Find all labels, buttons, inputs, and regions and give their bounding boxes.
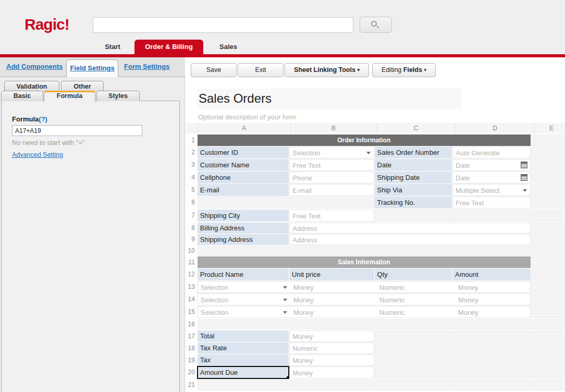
subtab-formula[interactable]: Formula (44, 91, 95, 102)
row-number-7[interactable]: 7 (186, 210, 198, 222)
advanced-setting-link[interactable]: Advanced Setting (12, 151, 63, 158)
field-label-cell-A7[interactable]: Shipping City (198, 210, 289, 222)
subtable-cell-C15[interactable]: Numeric (377, 307, 455, 317)
column-header-b[interactable]: B (290, 123, 376, 133)
field-label-cell-C5[interactable]: Ship Via (375, 184, 452, 196)
row-number-1[interactable]: 1 (186, 134, 198, 146)
field-value-cell-B3[interactable]: Free Text (289, 159, 374, 171)
field-label-cell-C6[interactable]: Tracking No. (374, 197, 452, 209)
tab-field-settings[interactable]: Field Settings (66, 59, 118, 77)
subtab-styles[interactable]: Styles (96, 91, 140, 101)
field-value-cell-B20[interactable]: Money (289, 366, 374, 378)
row-number-11[interactable]: 11 (186, 256, 198, 268)
row-number-6[interactable]: 6 (186, 197, 198, 209)
field-label-cell-A19[interactable]: Tax (198, 354, 289, 366)
sheet-description[interactable]: Optional description of your form (198, 113, 296, 121)
nav-tab-order-billing[interactable]: Order & Billing (134, 40, 203, 54)
field-value-cell-B19[interactable]: Money (289, 354, 374, 366)
row-number-17[interactable]: 17 (186, 330, 198, 342)
field-label-cell-A2[interactable]: Customer ID (198, 146, 289, 158)
field-value-cell-D4[interactable]: Date (452, 172, 531, 183)
tab-add-components[interactable]: Add Components (6, 63, 63, 70)
empty-cell-E5 (531, 184, 564, 196)
subtable-row-13[interactable]: SelectionMoneyNumericMoney (198, 281, 531, 293)
field-label-cell-B12[interactable]: Unit price (289, 268, 374, 280)
row-number-20[interactable]: 20 (186, 366, 198, 378)
field-value-cell-B17[interactable]: Money (289, 330, 374, 342)
field-label-cell-A17[interactable]: Total (198, 330, 289, 342)
tab-form-settings[interactable]: Form Settings (124, 63, 169, 70)
column-header-a[interactable]: A (198, 123, 290, 133)
search-input[interactable] (93, 17, 353, 33)
row-number-2[interactable]: 2 (186, 146, 198, 158)
subtable-cell-A13[interactable]: Selection (198, 281, 290, 292)
row-number-15[interactable]: 15 (186, 306, 198, 318)
column-header-c[interactable]: C (376, 123, 455, 133)
field-value-cell-D3[interactable]: Date (452, 159, 531, 171)
exit-button[interactable]: Exit (238, 63, 284, 77)
row-number-5[interactable]: 5 (186, 184, 198, 196)
field-label-cell-C2[interactable]: Sales Order Number (375, 146, 452, 158)
field-value-cell-D6[interactable]: Free Text (452, 197, 531, 209)
field-value-cell-B4[interactable]: Phone (289, 172, 374, 183)
row-number-18[interactable]: 18 (186, 342, 198, 354)
field-label-cell-A18[interactable]: Tax Rate (198, 342, 289, 354)
subtable-cell-D14[interactable]: Money (456, 294, 531, 305)
field-label-cell-D12[interactable]: Amount (452, 268, 531, 280)
editing-mode-dropdown[interactable]: Editing Fields ▾ (372, 63, 436, 77)
row-number-9[interactable]: 9 (186, 234, 198, 245)
row-number-21[interactable]: 21 (186, 379, 198, 390)
field-value-cell-B9[interactable]: Address (289, 234, 530, 245)
subtable-cell-B15[interactable]: Money (291, 307, 376, 317)
section-banner-sales-information[interactable]: Sales Information (198, 256, 531, 268)
sheet-title-box[interactable]: Sales Orders (197, 89, 462, 109)
field-value-cell-B18[interactable]: Numeric (289, 342, 374, 354)
row-number-8[interactable]: 8 (186, 223, 198, 234)
field-value-cell-B8[interactable]: Address (289, 223, 530, 234)
nav-tab-start[interactable]: Start (96, 40, 129, 54)
row-number-19[interactable]: 19 (186, 354, 198, 366)
save-button[interactable]: Save (191, 63, 237, 77)
field-label-cell-A9[interactable]: Shipping Address (198, 234, 289, 245)
row-number-12[interactable]: 12 (186, 268, 198, 280)
row-number-13[interactable]: 13 (186, 281, 198, 293)
field-value-cell-D2[interactable]: Auto Generate (452, 146, 531, 158)
subtable-cell-A14[interactable]: Selection (198, 294, 290, 305)
column-header-e[interactable]: E (534, 123, 565, 133)
field-value-cell-B2[interactable]: Selection (289, 146, 374, 158)
field-label-cell-C4[interactable]: Shipping Date (375, 172, 452, 183)
subtab-basic[interactable]: Basic (1, 91, 43, 101)
search-button[interactable] (360, 17, 392, 33)
subtable-cell-D13[interactable]: Money (456, 281, 531, 292)
row-number-14[interactable]: 14 (186, 293, 198, 305)
row-number-16[interactable]: 16 (186, 319, 198, 329)
row-number-4[interactable]: 4 (186, 172, 198, 183)
selected-cell-A20[interactable]: Amount Due (198, 366, 289, 378)
field-value-cell-B5[interactable]: E-mail (289, 184, 374, 196)
field-label-cell-A12[interactable]: Product Name (198, 268, 289, 280)
formula-input[interactable] (12, 125, 142, 136)
field-label-cell-A8[interactable]: Billing Address (198, 223, 289, 234)
field-label-cell-A4[interactable]: Cellphone (198, 172, 289, 183)
sheet-linking-tools-dropdown[interactable]: Sheet Linking Tools ▾ (285, 63, 369, 77)
row-number-3[interactable]: 3 (186, 159, 198, 171)
subtable-cell-B14[interactable]: Money (291, 294, 376, 305)
formula-help-icon[interactable]: (?) (39, 115, 47, 123)
field-label-cell-A3[interactable]: Customer Name (198, 159, 289, 171)
subtable-row-15[interactable]: SelectionMoneyNumericMoney (198, 306, 531, 318)
field-label-cell-A5[interactable]: E-mail (198, 184, 289, 196)
field-value-cell-B7[interactable]: Free Text (289, 210, 374, 222)
subtable-cell-A15[interactable]: Selection (198, 307, 290, 317)
section-banner-order-information[interactable]: Order Information (198, 134, 531, 146)
subtable-cell-B13[interactable]: Money (291, 281, 376, 292)
subtable-cell-C13[interactable]: Numeric (377, 281, 455, 292)
subtable-row-14[interactable]: SelectionMoneyNumericMoney (198, 293, 531, 305)
field-label-cell-C12[interactable]: Qty (375, 268, 452, 280)
column-header-d[interactable]: D (455, 123, 534, 133)
nav-tab-sales[interactable]: Sales (213, 40, 244, 54)
subtable-cell-D15[interactable]: Money (456, 307, 531, 317)
field-label-cell-C3[interactable]: Date (375, 159, 452, 171)
subtable-cell-C14[interactable]: Numeric (377, 294, 455, 305)
field-value-cell-D5[interactable]: Multiple Select (452, 184, 531, 196)
row-number-10[interactable]: 10 (186, 246, 198, 256)
